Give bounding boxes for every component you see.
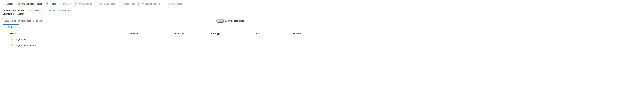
folder-row: 📁 PlayFabTitleAllEvents bbox=[10, 44, 126, 47]
upload-button[interactable]: ↑ Upload bbox=[3, 1, 15, 6]
col-header-lease-state[interactable]: Lease state bbox=[288, 31, 641, 36]
change-tier-label: Change tier bbox=[82, 3, 93, 5]
separator-3 bbox=[96, 2, 96, 6]
folder-row: 📁 PlayFabTitle bbox=[10, 38, 126, 41]
table-header: Name Modified Access tier Blob type Size… bbox=[3, 31, 641, 36]
auth-method-line: Authentication method: Access key (Switc… bbox=[3, 9, 641, 12]
break-lease-button[interactable]: ✂ Break lease bbox=[119, 1, 137, 6]
col-header-name[interactable]: Name bbox=[8, 31, 128, 36]
add-filter-label: Add filter bbox=[8, 26, 16, 28]
col-blob-type-label: Blob type bbox=[211, 32, 221, 35]
col-size-label: Size bbox=[256, 32, 260, 35]
row-1-size bbox=[254, 36, 288, 42]
create-snapshot-icon: 📋 bbox=[164, 3, 167, 5]
show-deleted-blobs-label: Show deleted blobs bbox=[225, 20, 244, 22]
acquire-lease-icon: 🔧 bbox=[100, 3, 102, 5]
acquire-lease-label: Acquire lease bbox=[103, 3, 117, 5]
row-1-access-tier bbox=[172, 36, 209, 42]
row-2-access-tier bbox=[172, 42, 209, 48]
search-input-wrapper bbox=[3, 18, 214, 23]
delete-button[interactable]: 🗑 Delete bbox=[61, 1, 74, 6]
view-snapshots-icon: 👁 bbox=[142, 3, 144, 5]
separator-4 bbox=[138, 2, 138, 6]
col-modified-label: Modified bbox=[130, 32, 138, 35]
row-2-lease-state: - bbox=[288, 42, 641, 48]
delete-label: Delete bbox=[66, 3, 72, 5]
blobs-table: Name Modified Access tier Blob type Size… bbox=[3, 31, 641, 48]
folder-icon: 📁 bbox=[10, 44, 14, 47]
show-deleted-blobs-toggle[interactable] bbox=[217, 19, 224, 22]
table-body: 📁 PlayFabTitle - 📁 PlayFabTitleAllE bbox=[3, 36, 641, 48]
change-tier-icon: ⇄ bbox=[79, 3, 81, 5]
row-1-checkbox[interactable] bbox=[5, 38, 7, 40]
lock-icon: 🔒 bbox=[18, 3, 20, 5]
search-row: Show deleted blobs bbox=[3, 18, 641, 23]
col-header-access-tier[interactable]: Access tier bbox=[172, 31, 209, 36]
select-all-header[interactable] bbox=[3, 31, 8, 36]
refresh-icon: ↻ bbox=[46, 3, 48, 5]
break-lease-icon: ✂ bbox=[120, 3, 123, 5]
col-name-label: Name bbox=[10, 32, 16, 35]
header-row: Name Modified Access tier Blob type Size… bbox=[3, 31, 641, 36]
table-row: 📁 PlayFabTitle - bbox=[3, 36, 641, 42]
row-1-modified bbox=[128, 36, 172, 42]
location-line: Location: mycontainer bbox=[3, 12, 641, 16]
row-2-name-cell[interactable]: 📁 PlayFabTitleAllEvents bbox=[8, 42, 128, 48]
add-filter-button[interactable]: ✚ Add filter bbox=[3, 24, 19, 29]
col-header-blob-type[interactable]: Blob type bbox=[209, 31, 254, 36]
location-value: mycontainer bbox=[12, 12, 24, 16]
refresh-label: Refresh bbox=[49, 3, 56, 5]
select-all-checkbox[interactable] bbox=[5, 32, 7, 34]
row-1-blob-type bbox=[209, 36, 254, 42]
row-2-blob-type bbox=[209, 42, 254, 48]
row-2-size bbox=[254, 42, 288, 48]
toolbar: ↑ Upload 🔒 Change access level ↻ Refresh… bbox=[0, 0, 644, 8]
row-1-name: PlayFabTitle bbox=[15, 38, 27, 41]
row-1-name-cell[interactable]: 📁 PlayFabTitle bbox=[8, 36, 128, 42]
meta-section: Authentication method: Access key (Switc… bbox=[0, 8, 644, 17]
toggle-row: Show deleted blobs bbox=[217, 19, 244, 22]
change-tier-button[interactable]: ⇄ Change tier bbox=[77, 1, 95, 6]
table-section: Name Modified Access tier Blob type Size… bbox=[0, 31, 644, 48]
folder-icon: 📁 bbox=[10, 38, 14, 41]
add-filter-row: ✚ Add filter bbox=[3, 24, 641, 29]
delete-icon: 🗑 bbox=[63, 3, 65, 5]
search-filter-section: Show deleted blobs ✚ Add filter bbox=[0, 17, 644, 31]
search-input[interactable] bbox=[3, 18, 214, 23]
add-filter-icon: ✚ bbox=[5, 26, 7, 28]
create-snapshot-button[interactable]: 📋 Create snapshot bbox=[163, 1, 186, 6]
break-lease-label: Break lease bbox=[124, 3, 135, 5]
table-row: 📁 PlayFabTitleAllEvents - bbox=[3, 42, 641, 48]
location-label: Location: bbox=[3, 12, 12, 16]
acquire-lease-button[interactable]: 🔧 Acquire lease bbox=[98, 1, 118, 6]
create-snapshot-label: Create snapshot bbox=[168, 3, 184, 5]
auth-method-value: Access key bbox=[26, 9, 37, 12]
auth-method-label: Authentication method: bbox=[3, 9, 26, 12]
view-snapshots-label: View snapshots bbox=[145, 3, 160, 5]
change-access-level-label: Change access level bbox=[21, 3, 42, 5]
upload-icon: ↑ bbox=[4, 3, 6, 5]
switch-auth-link[interactable]: (Switch to Azure AD User Account) bbox=[37, 9, 69, 12]
view-snapshots-button[interactable]: 👁 View snapshots bbox=[140, 1, 162, 6]
col-lease-state-label: Lease state bbox=[290, 32, 301, 35]
row-2-name: PlayFabTitleAllEvents bbox=[15, 44, 36, 47]
col-header-modified[interactable]: Modified bbox=[128, 31, 172, 36]
row-2-checkbox-cell[interactable] bbox=[3, 42, 8, 48]
row-2-checkbox[interactable] bbox=[5, 44, 7, 46]
upload-label: Upload bbox=[6, 3, 14, 5]
row-1-lease-state: - bbox=[288, 36, 641, 42]
row-1-checkbox-cell[interactable] bbox=[3, 36, 8, 42]
col-access-tier-label: Access tier bbox=[174, 32, 185, 35]
row-2-modified bbox=[128, 42, 172, 48]
refresh-button[interactable]: ↻ Refresh bbox=[44, 1, 58, 6]
col-header-size[interactable]: Size bbox=[254, 31, 288, 36]
separator-2 bbox=[76, 2, 76, 6]
change-access-level-button[interactable]: 🔒 Change access level bbox=[16, 1, 44, 6]
